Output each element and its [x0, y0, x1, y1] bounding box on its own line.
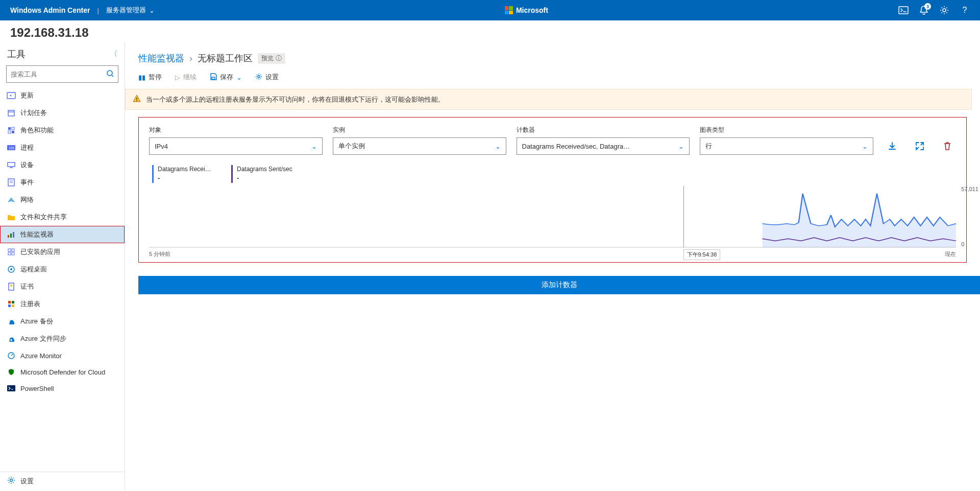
sidebar-item-label: 注册表 — [20, 299, 40, 309]
files-icon — [7, 213, 15, 221]
sidebar-item-label: Microsoft Defender for Cloud — [20, 368, 105, 376]
chart-type-dropdown[interactable]: 行 ⌄ — [700, 137, 873, 155]
sidebar-item-label: 计划任务 — [20, 108, 47, 118]
settings-button-toolbar[interactable]: 设置 — [255, 73, 279, 82]
download-button[interactable] — [884, 137, 901, 155]
notification-badge: 3 — [924, 3, 931, 10]
tools-search-input[interactable] — [7, 71, 103, 78]
sidebar-item-files[interactable]: 文件和文件共享 — [0, 208, 125, 226]
svg-rect-29 — [8, 301, 11, 303]
sidebar-item-label: 远程桌面 — [20, 265, 47, 274]
sidebar-item-cert[interactable]: 证书 — [0, 278, 125, 295]
tools-pane: 工具 〈 更新计划任务角色和功能101进程设备事件网络文件和文件共享性能监视器已… — [0, 43, 125, 490]
svg-point-35 — [10, 479, 13, 482]
svg-rect-30 — [12, 301, 14, 303]
y-max: 57,011 — [961, 186, 978, 192]
microsoft-logo-icon — [505, 6, 513, 14]
gear-icon — [255, 73, 262, 82]
save-button[interactable]: 保存 ⌄ — [210, 73, 242, 82]
pause-button[interactable]: ▮▮ 暂停 — [138, 73, 162, 82]
rdp-icon — [7, 265, 15, 273]
breadcrumb: 性能监视器 › 无标题工作区 预览 ⓘ — [125, 43, 980, 69]
instance-dropdown[interactable]: 单个实例 ⌄ — [333, 137, 506, 155]
svg-point-1 — [943, 9, 946, 12]
svg-rect-36 — [212, 77, 215, 79]
add-counter-button[interactable]: 添加计数器 — [138, 276, 980, 294]
sidebar-item-label: 文件和文件共享 — [20, 213, 67, 222]
settings-button[interactable] — [939, 5, 949, 15]
resume-button: ▷ 继续 — [175, 73, 197, 82]
defender-icon — [7, 368, 15, 376]
object-dropdown[interactable]: IPv4 ⌄ — [149, 137, 323, 155]
svg-rect-10 — [12, 131, 14, 133]
svg-text:101: 101 — [9, 146, 15, 150]
sidebar-item-label: 进程 — [20, 143, 34, 152]
sidebar-item-label: Azure Monitor — [20, 352, 62, 360]
chevron-down-icon: ⌄ — [311, 143, 317, 150]
tools-footer-label: 设置 — [20, 477, 34, 486]
counter-dropdown[interactable]: Datagrams Received/sec, Datagrams Sent/s… — [517, 137, 690, 155]
sidebar-item-update[interactable]: 更新 — [0, 87, 125, 104]
update-icon — [7, 91, 15, 100]
svg-rect-0 — [899, 7, 908, 14]
brand-label: Microsoft — [516, 6, 548, 14]
play-icon: ▷ — [175, 74, 180, 81]
sidebar-item-label: 角色和功能 — [20, 126, 54, 135]
chevron-down-icon: ⌄ — [862, 143, 868, 150]
svg-rect-19 — [10, 233, 12, 238]
warning-text: 当一个或多个源上的远程注册表服务显示为不可访问时，你将在回退模式下运行，这可能会… — [146, 95, 445, 104]
svg-rect-13 — [8, 162, 15, 167]
chevron-down-icon: ⌄ — [149, 7, 155, 14]
sidebar-item-azbackup[interactable]: Azure 备份 — [0, 313, 125, 330]
help-button[interactable]: ? — [960, 5, 970, 15]
cloud-shell-button[interactable] — [898, 5, 909, 15]
svg-rect-34 — [7, 385, 15, 391]
notifications-button[interactable]: 3 — [919, 5, 929, 15]
svg-rect-20 — [13, 232, 14, 238]
sidebar-item-apps[interactable]: 已安装的应用 — [0, 243, 125, 261]
context-selector[interactable]: 服务器管理器 ⌄ — [106, 6, 155, 15]
brand: Microsoft — [155, 6, 898, 14]
sidebar-item-azfile[interactable]: Azure 文件同步 — [0, 330, 125, 347]
sidebar-item-process[interactable]: 101进程 — [0, 139, 125, 156]
sidebar-item-azmon[interactable]: Azure Monitor — [0, 347, 125, 364]
svg-rect-31 — [8, 305, 11, 307]
sidebar-item-registry[interactable]: 注册表 — [0, 295, 125, 313]
svg-line-3 — [112, 75, 113, 77]
svg-rect-7 — [8, 127, 11, 130]
svg-point-28 — [10, 285, 12, 287]
tools-nav: 更新计划任务角色和功能101进程设备事件网络文件和文件共享性能监视器已安装的应用… — [0, 87, 125, 472]
sidebar-item-events[interactable]: 事件 — [0, 174, 125, 191]
legend-sent: Datagrams Sent/sec - — [231, 165, 292, 183]
chart-legend: Datagrams Received/s… - Datagrams Sent/s… — [152, 165, 956, 183]
info-icon: ⓘ — [276, 54, 282, 63]
pause-icon: ▮▮ — [138, 74, 145, 81]
expand-button[interactable] — [911, 137, 928, 155]
tools-search[interactable] — [6, 65, 118, 83]
sidebar-item-network[interactable]: 网络 — [0, 191, 125, 208]
chart-area: 57,011 0 — [149, 186, 956, 247]
tools-footer-settings[interactable]: 设置 — [0, 472, 125, 490]
preview-tag: 预览 ⓘ — [258, 53, 285, 64]
sidebar-item-defender[interactable]: Microsoft Defender for Cloud — [0, 364, 125, 380]
warning-icon — [133, 95, 141, 104]
chevron-right-icon: › — [189, 53, 192, 64]
svg-rect-5 — [8, 110, 14, 116]
device-icon — [7, 161, 15, 169]
apps-icon — [7, 248, 15, 256]
events-icon — [7, 178, 15, 186]
chart-timeline: 5 分钟前 下午9:54:38 现在 — [149, 250, 956, 258]
sidebar-item-device[interactable]: 设备 — [0, 156, 125, 174]
cert-icon — [7, 283, 15, 291]
top-bar: Windows Admin Center | 服务器管理器 ⌄ Microsof… — [0, 0, 980, 20]
delete-button[interactable] — [939, 137, 956, 155]
sidebar-item-calendar[interactable]: 计划任务 — [0, 104, 125, 122]
sidebar-item-features[interactable]: 角色和功能 — [0, 122, 125, 139]
sidebar-item-perfmon[interactable]: 性能监视器 — [0, 226, 125, 243]
sidebar-item-ps[interactable]: PowerShell — [0, 380, 125, 396]
sidebar-item-rdp[interactable]: 远程桌面 — [0, 261, 125, 278]
timeline-start: 5 分钟前 — [149, 250, 170, 258]
collapse-tools-button[interactable]: 〈 — [110, 50, 117, 59]
breadcrumb-root[interactable]: 性能监视器 — [138, 52, 184, 64]
gear-icon — [7, 476, 15, 486]
